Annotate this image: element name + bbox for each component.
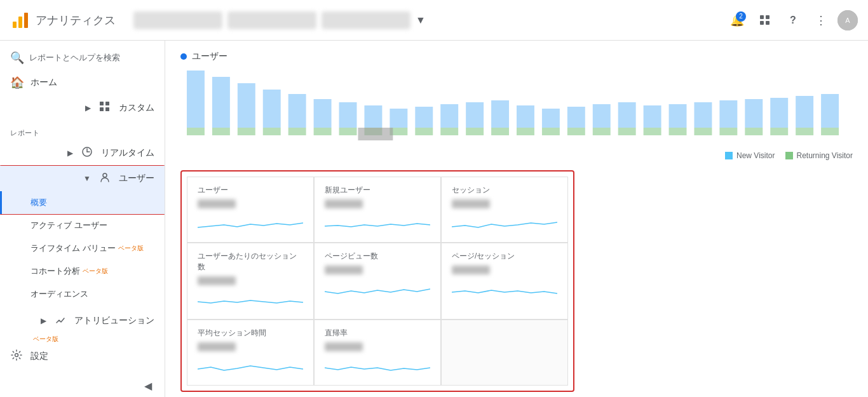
metric-card-avg-session[interactable]: 平均セッション時間 bbox=[187, 320, 314, 386]
sparkline-bounce-rate bbox=[325, 356, 430, 375]
metric-value-pageviews bbox=[325, 266, 363, 274]
svg-rect-55 bbox=[517, 128, 534, 135]
metric-card-users[interactable]: ユーザー bbox=[187, 177, 314, 243]
metric-card-new-users[interactable]: 新規ユーザー bbox=[314, 177, 441, 243]
overview-label: 概要 bbox=[31, 197, 47, 208]
avatar-initial: A bbox=[837, 10, 858, 30]
home-label: ホーム bbox=[31, 77, 57, 88]
metric-card-sessions-per-user[interactable]: ユーザーあたりのセッション数 bbox=[187, 243, 314, 320]
sidebar-subitem-active-users[interactable]: アクティブ ユーザー bbox=[0, 214, 165, 237]
user-avatar[interactable]: A bbox=[837, 10, 858, 30]
svg-rect-25 bbox=[415, 107, 433, 128]
sidebar-subitem-overview[interactable]: 概要 bbox=[0, 191, 165, 214]
metric-title-pages-per-session: ページ/セッション bbox=[452, 251, 557, 262]
new-visitor-box bbox=[725, 152, 733, 159]
sidebar-item-realtime[interactable]: ▶ リアルタイム bbox=[0, 140, 165, 166]
metric-value-new-users bbox=[325, 199, 363, 208]
metric-title-bounce-rate: 直帰率 bbox=[325, 328, 430, 339]
svg-rect-4 bbox=[766, 15, 770, 19]
settings-icon bbox=[10, 349, 23, 364]
account-dropdown-icon[interactable]: ▼ bbox=[416, 15, 426, 26]
svg-rect-10 bbox=[105, 107, 109, 111]
legend-returning-visitor: Returning Visitor bbox=[785, 151, 853, 160]
sidebar-collapse-button[interactable]: ◀ bbox=[137, 374, 159, 397]
svg-rect-67 bbox=[821, 128, 839, 135]
sparkline-avg-session bbox=[198, 356, 303, 375]
svg-rect-45 bbox=[263, 128, 281, 135]
sidebar-subitem-lifetime[interactable]: ライフタイム バリュー ベータ版 bbox=[0, 237, 165, 260]
svg-rect-22 bbox=[339, 102, 357, 128]
attribution-expand-icon: ▶ bbox=[41, 316, 46, 325]
sidebar-subitem-audience[interactable]: オーディエンス bbox=[0, 283, 165, 306]
svg-rect-19 bbox=[263, 90, 281, 128]
settings-label: 設定 bbox=[31, 351, 48, 362]
metric-title-avg-session: 平均セッション時間 bbox=[198, 328, 303, 339]
svg-rect-37 bbox=[719, 100, 737, 128]
svg-rect-53 bbox=[466, 128, 484, 135]
main-content: ユーザー bbox=[165, 41, 868, 397]
metric-card-empty bbox=[441, 320, 568, 386]
notification-badge: 2 bbox=[736, 11, 746, 22]
svg-point-15 bbox=[15, 353, 18, 356]
bar-chart-svg bbox=[180, 67, 853, 144]
sidebar-subitem-cohort[interactable]: コホート分析 ベータ版 bbox=[0, 260, 165, 283]
svg-rect-20 bbox=[288, 94, 306, 128]
svg-rect-24 bbox=[390, 109, 407, 128]
metric-value-users bbox=[198, 199, 236, 208]
svg-rect-7 bbox=[100, 102, 104, 105]
svg-rect-18 bbox=[238, 83, 255, 128]
svg-rect-51 bbox=[415, 128, 433, 135]
sidebar-item-settings[interactable]: 設定 bbox=[0, 344, 165, 369]
metric-card-pageviews[interactable]: ページビュー数 bbox=[314, 243, 441, 320]
svg-rect-63 bbox=[719, 128, 737, 135]
metric-card-bounce-rate[interactable]: 直帰率 bbox=[314, 320, 441, 386]
cohort-beta-tag: ベータ版 bbox=[83, 267, 108, 276]
sidebar-search[interactable]: 🔍 レポートとヘルプを検索 bbox=[0, 46, 165, 70]
metrics-grid: ユーザー 新規ユーザー セッション bbox=[187, 177, 568, 386]
metric-card-pages-per-session[interactable]: ページ/セッション bbox=[441, 243, 568, 320]
help-button[interactable]: ? bbox=[782, 9, 804, 32]
lifetime-beta-tag: ベータ版 bbox=[118, 244, 144, 253]
svg-point-14 bbox=[103, 173, 107, 177]
sidebar-item-attribution[interactable]: ▶ アトリビューション bbox=[0, 308, 165, 333]
sparkline-sessions bbox=[452, 213, 557, 232]
svg-rect-57 bbox=[567, 128, 585, 135]
svg-rect-43 bbox=[212, 128, 230, 135]
svg-rect-9 bbox=[100, 107, 104, 111]
bar-chart bbox=[180, 67, 853, 144]
realtime-expand-icon: ▶ bbox=[67, 149, 73, 158]
user-section-highlight: ▼ ユーザー 概要 bbox=[0, 166, 165, 214]
attribution-beta-tag: ベータ版 bbox=[33, 335, 58, 342]
new-visitor-label: New Visitor bbox=[736, 151, 775, 160]
cohort-label: コホート分析 bbox=[31, 266, 80, 277]
custom-label: カスタム bbox=[119, 102, 154, 114]
realtime-label: リアルタイム bbox=[101, 147, 154, 159]
svg-rect-44 bbox=[238, 128, 255, 135]
metric-value-avg-session bbox=[198, 342, 236, 351]
sidebar-item-user[interactable]: ▼ ユーザー bbox=[0, 166, 165, 191]
svg-rect-34 bbox=[644, 105, 661, 128]
search-text: レポートとヘルプを検索 bbox=[29, 52, 120, 64]
svg-rect-54 bbox=[491, 128, 509, 135]
help-icon: ? bbox=[790, 15, 796, 26]
account-selector-1[interactable] bbox=[133, 11, 222, 29]
account-selector-2[interactable] bbox=[227, 11, 316, 29]
sidebar-item-home[interactable]: 🏠 ホーム bbox=[0, 70, 165, 95]
account-selector-3[interactable] bbox=[322, 11, 410, 29]
notifications-button[interactable]: 🔔 2 bbox=[726, 9, 749, 32]
svg-rect-31 bbox=[567, 107, 585, 128]
reports-section-label: レポート bbox=[0, 121, 165, 140]
metric-card-sessions[interactable]: セッション bbox=[441, 177, 568, 243]
svg-rect-56 bbox=[542, 128, 560, 135]
svg-rect-40 bbox=[796, 96, 813, 128]
sidebar-item-custom[interactable]: ▶ カスタム bbox=[0, 95, 165, 121]
metric-title-users: ユーザー bbox=[198, 185, 303, 196]
svg-rect-3 bbox=[760, 15, 764, 19]
app-body: 🔍 レポートとヘルプを検索 🏠 ホーム ▶ カスタム レポート ▶ bbox=[0, 41, 868, 397]
account-bar[interactable]: ▼ bbox=[133, 11, 718, 29]
metric-value-sessions bbox=[452, 199, 490, 208]
metric-title-sessions-per-user: ユーザーあたりのセッション数 bbox=[198, 251, 303, 273]
svg-rect-33 bbox=[618, 102, 636, 128]
apps-grid-button[interactable] bbox=[754, 9, 776, 32]
more-options-button[interactable]: ⋮ bbox=[810, 9, 832, 32]
